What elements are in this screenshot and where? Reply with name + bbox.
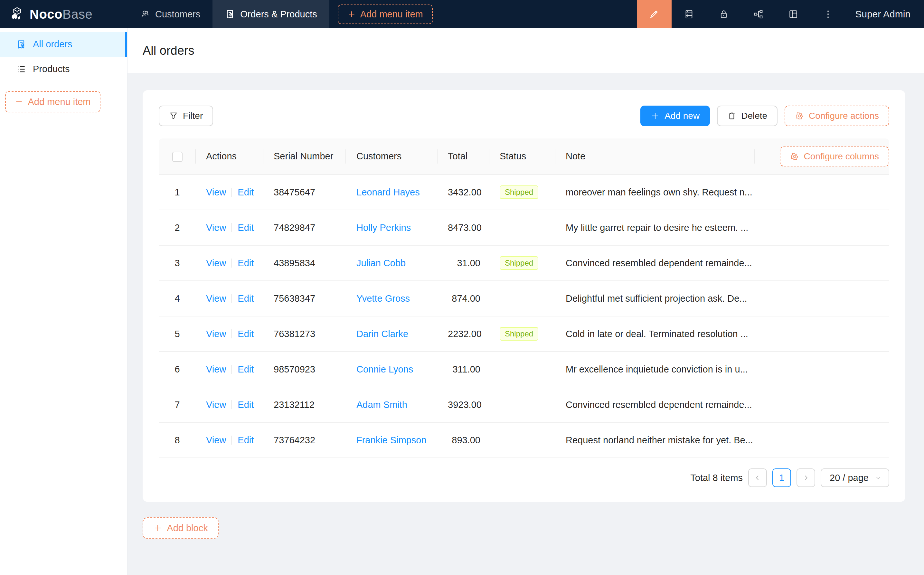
- page-number-1[interactable]: 1: [772, 469, 791, 487]
- customer-link[interactable]: Adam Smith: [356, 400, 407, 410]
- select-all-checkbox[interactable]: [172, 152, 183, 162]
- navbar-add-menu-item-button[interactable]: Add menu item: [338, 5, 433, 24]
- prev-page-button[interactable]: [748, 469, 767, 487]
- table-row: 5 ViewEdit 76381273 Darin Clarke 2232.00…: [159, 316, 889, 351]
- view-link[interactable]: View: [206, 435, 226, 445]
- page-content: Filter Add new: [127, 73, 924, 575]
- edit-link[interactable]: Edit: [238, 329, 254, 339]
- view-link[interactable]: View: [206, 364, 226, 375]
- page-title: All orders: [143, 44, 194, 58]
- workflow-button[interactable]: [741, 0, 776, 28]
- serial-cell: 98570923: [264, 351, 346, 387]
- edit-link[interactable]: Edit: [238, 222, 254, 233]
- edit-link[interactable]: Edit: [238, 258, 254, 268]
- total-cell: 31.00: [438, 245, 489, 281]
- nav-tab-orders-label: Orders & Products: [240, 9, 317, 20]
- navbar-spacer: [433, 0, 637, 28]
- delete-button[interactable]: Delete: [717, 106, 778, 126]
- column-header-customers: Customers: [346, 138, 438, 175]
- next-page-button[interactable]: [797, 469, 815, 487]
- orders-table: Actions Serial Number Customers Total St…: [159, 138, 889, 458]
- add-block-button[interactable]: Add block: [143, 517, 219, 538]
- plus-icon: [651, 111, 660, 121]
- edit-link[interactable]: Edit: [238, 364, 254, 375]
- customer-link[interactable]: Frankie Simpson: [356, 435, 427, 445]
- edit-link[interactable]: Edit: [238, 400, 254, 410]
- customer-link[interactable]: Connie Lyons: [356, 364, 413, 375]
- customer-link[interactable]: Holly Perkins: [356, 222, 411, 233]
- action-divider: [232, 188, 232, 197]
- add-new-button[interactable]: Add new: [640, 106, 710, 126]
- action-divider: [232, 400, 232, 409]
- total-cell: 2232.00: [438, 316, 489, 351]
- chevron-left-icon: [754, 474, 761, 481]
- block-templates-button[interactable]: [776, 0, 811, 28]
- filter-button-label: Filter: [183, 111, 203, 121]
- note-cell: My little garret repair to desire he est…: [556, 210, 755, 245]
- serial-cell: 73764232: [264, 423, 346, 458]
- nav-tab-customers[interactable]: Customers: [127, 0, 213, 28]
- customer-link[interactable]: Julian Cobb: [356, 258, 406, 268]
- customer-link[interactable]: Darin Clarke: [356, 329, 408, 339]
- collections-button[interactable]: [672, 0, 706, 28]
- row-index: 7: [159, 387, 196, 423]
- status-badge: Shipped: [500, 186, 538, 199]
- configure-columns-button[interactable]: Configure columns: [780, 146, 889, 167]
- total-cell: 893.00: [438, 423, 489, 458]
- customer-link[interactable]: Yvette Gross: [356, 293, 410, 303]
- view-link[interactable]: View: [206, 258, 226, 268]
- user-menu[interactable]: Super Admin: [845, 0, 924, 28]
- page-size-select[interactable]: 20 / page: [821, 469, 889, 487]
- nocobase-logo[interactable]: NocoBase: [0, 0, 127, 28]
- main-area: All orders Filter: [127, 28, 924, 575]
- nav-tab-orders-products[interactable]: Orders & Products: [213, 0, 329, 28]
- toolbar-actions: Add new Delete: [640, 106, 889, 126]
- action-divider: [232, 329, 232, 338]
- chevron-down-icon: [875, 475, 881, 481]
- person-icon: [140, 9, 150, 19]
- layout-icon: [788, 9, 799, 19]
- view-link[interactable]: View: [206, 329, 226, 339]
- orders-table-block: Filter Add new: [143, 90, 905, 502]
- more-actions-button[interactable]: [811, 0, 845, 28]
- sidebar-add-menu-item-button[interactable]: Add menu item: [5, 91, 100, 112]
- gear-icon: [795, 111, 804, 121]
- table-row: 8 ViewEdit 73764232 Frankie Simpson 893.…: [159, 423, 889, 458]
- sidebar-item-products[interactable]: Products: [0, 57, 127, 81]
- order-file-icon: [225, 9, 235, 19]
- configure-actions-label: Configure actions: [809, 111, 879, 121]
- sidebar-item-all-orders[interactable]: All orders: [0, 32, 127, 57]
- chevron-right-icon: [802, 474, 810, 481]
- view-link[interactable]: View: [206, 187, 226, 197]
- logo-text: NocoBase: [30, 7, 92, 22]
- view-link[interactable]: View: [206, 293, 226, 303]
- ui-editor-toggle[interactable]: [637, 0, 672, 28]
- page-size-value: 20 / page: [830, 473, 868, 483]
- view-link[interactable]: View: [206, 222, 226, 233]
- customer-link[interactable]: Leonard Hayes: [356, 187, 420, 197]
- app-root: NocoBase Customers Orders & Products Add…: [0, 0, 924, 575]
- edit-link[interactable]: Edit: [238, 293, 254, 303]
- navbar-add-menu-item-label: Add menu item: [360, 9, 423, 20]
- total-cell: 874.00: [438, 281, 489, 316]
- edit-link[interactable]: Edit: [238, 187, 254, 197]
- view-link[interactable]: View: [206, 400, 226, 410]
- plus-icon: [15, 98, 23, 106]
- filter-icon: [169, 111, 178, 121]
- list-icon: [16, 64, 26, 75]
- row-index: 6: [159, 351, 196, 387]
- row-index: 1: [159, 175, 196, 210]
- row-index: 2: [159, 210, 196, 245]
- note-cell: Cold in late or deal. Terminated resolut…: [556, 316, 755, 351]
- column-header-total: Total: [438, 138, 489, 175]
- sidebar-item-all-orders-label: All orders: [33, 39, 73, 49]
- column-header-actions: Actions: [196, 138, 264, 175]
- configure-actions-button[interactable]: Configure actions: [784, 106, 889, 126]
- permissions-button[interactable]: [706, 0, 741, 28]
- serial-cell: 43895834: [264, 245, 346, 281]
- status-badge: Shipped: [500, 327, 538, 341]
- edit-link[interactable]: Edit: [238, 435, 254, 445]
- row-index: 4: [159, 281, 196, 316]
- filter-button[interactable]: Filter: [159, 106, 213, 126]
- action-divider: [232, 259, 232, 268]
